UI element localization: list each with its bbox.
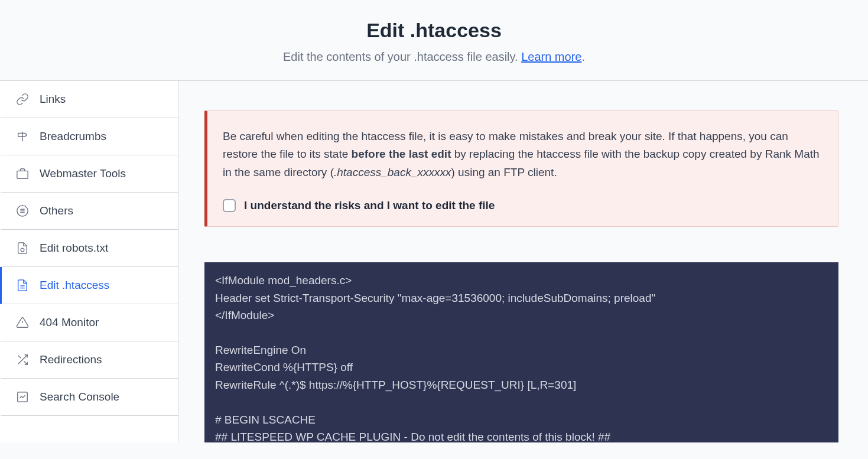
file-shield-icon xyxy=(15,240,30,256)
sidebar-item-label: Links xyxy=(40,93,66,106)
sidebar-item-label: 404 Monitor xyxy=(40,316,99,329)
signpost-icon xyxy=(15,129,30,144)
sidebar-item-404-monitor[interactable]: 404 Monitor xyxy=(0,304,178,341)
sidebar-item-label: Others xyxy=(40,204,73,217)
warning-notice: Be careful when editing the htaccess fil… xyxy=(204,110,838,227)
warning-text: Be careful when editing the htaccess fil… xyxy=(223,128,820,181)
svg-line-10 xyxy=(24,362,28,365)
links-icon xyxy=(15,92,30,107)
htaccess-editor[interactable]: <IfModule mod_headers.c> Header set Stri… xyxy=(204,262,838,442)
page-header: Edit .htaccess Edit the contents of your… xyxy=(0,0,868,81)
file-lines-icon xyxy=(15,278,30,293)
sidebar-item-redirections[interactable]: Redirections xyxy=(0,341,178,379)
consent-checkbox-label[interactable]: I understand the risks and I want to edi… xyxy=(244,199,495,212)
svg-rect-0 xyxy=(17,171,28,178)
sidebar-item-label: Edit robots.txt xyxy=(40,242,108,255)
sidebar-item-label: Webmaster Tools xyxy=(40,167,126,180)
svg-line-11 xyxy=(18,356,21,359)
sidebar-item-links[interactable]: Links xyxy=(0,81,178,118)
consent-checkbox[interactable] xyxy=(223,199,236,212)
shuffle-icon xyxy=(15,352,30,367)
main-content: Be careful when editing the htaccess fil… xyxy=(178,81,868,442)
sidebar-item-label: Breadcrumbs xyxy=(40,130,106,143)
page-title: Edit .htaccess xyxy=(12,19,856,42)
sidebar: Links Breadcrumbs Webmaster Tools Others xyxy=(0,81,178,442)
warning-icon xyxy=(15,315,30,330)
learn-more-link[interactable]: Learn more xyxy=(521,50,581,63)
sidebar-item-edit-robots[interactable]: Edit robots.txt xyxy=(0,230,178,267)
sidebar-item-others[interactable]: Others xyxy=(0,193,178,230)
consent-checkbox-row: I understand the risks and I want to edi… xyxy=(223,199,820,212)
sidebar-item-search-console[interactable]: Search Console xyxy=(0,379,178,416)
briefcase-icon xyxy=(15,166,30,181)
sidebar-item-webmaster-tools[interactable]: Webmaster Tools xyxy=(0,155,178,193)
sidebar-item-label: Edit .htaccess xyxy=(40,279,109,292)
sidebar-item-label: Search Console xyxy=(40,390,119,403)
list-circle-icon xyxy=(15,203,30,219)
sidebar-item-breadcrumbs[interactable]: Breadcrumbs xyxy=(0,118,178,155)
sidebar-item-label: Redirections xyxy=(40,353,102,366)
page-subtitle: Edit the contents of your .htaccess file… xyxy=(12,50,856,64)
sidebar-item-edit-htaccess[interactable]: Edit .htaccess xyxy=(0,267,178,304)
chart-icon xyxy=(15,389,30,405)
